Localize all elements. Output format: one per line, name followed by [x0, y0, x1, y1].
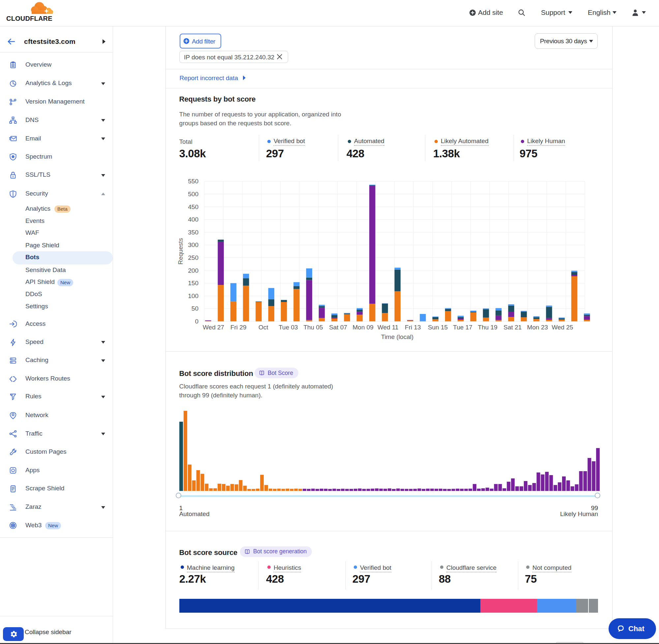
- svg-text:0: 0: [195, 318, 198, 325]
- svg-text:500: 500: [188, 190, 198, 198]
- svg-text:Sat 21: Sat 21: [503, 324, 521, 331]
- svg-text:300: 300: [188, 242, 198, 248]
- svg-text:Mon 09: Mon 09: [353, 324, 374, 331]
- svg-text:Sat 07: Sat 07: [329, 324, 347, 331]
- svg-text:Fri 13: Fri 13: [405, 324, 421, 331]
- svg-text:Mon 23: Mon 23: [527, 324, 548, 331]
- svg-text:Wed 27: Wed 27: [203, 324, 224, 331]
- svg-text:Wed 11: Wed 11: [377, 324, 399, 331]
- svg-text:Tue 17: Tue 17: [453, 324, 472, 331]
- svg-text:200: 200: [188, 267, 198, 274]
- svg-text:Sun 15: Sun 15: [428, 324, 448, 331]
- svg-text:50: 50: [191, 305, 198, 312]
- svg-text:Thu 19: Thu 19: [478, 324, 497, 331]
- svg-text:150: 150: [188, 280, 198, 286]
- svg-text:250: 250: [188, 254, 198, 261]
- svg-text:Thu 05: Thu 05: [303, 324, 323, 331]
- svg-text:Tue 03: Tue 03: [279, 324, 298, 331]
- svg-text:400: 400: [188, 216, 198, 223]
- svg-text:100: 100: [188, 293, 198, 299]
- svg-text:450: 450: [188, 204, 198, 210]
- svg-text:Time (local): Time (local): [381, 334, 414, 340]
- svg-text:Oct: Oct: [258, 324, 268, 331]
- svg-text:Fri 29: Fri 29: [231, 324, 246, 331]
- svg-text:550: 550: [188, 178, 198, 185]
- svg-text:Requests: Requests: [177, 238, 184, 264]
- svg-text:Wed 25: Wed 25: [551, 324, 573, 331]
- svg-text:350: 350: [188, 229, 198, 236]
